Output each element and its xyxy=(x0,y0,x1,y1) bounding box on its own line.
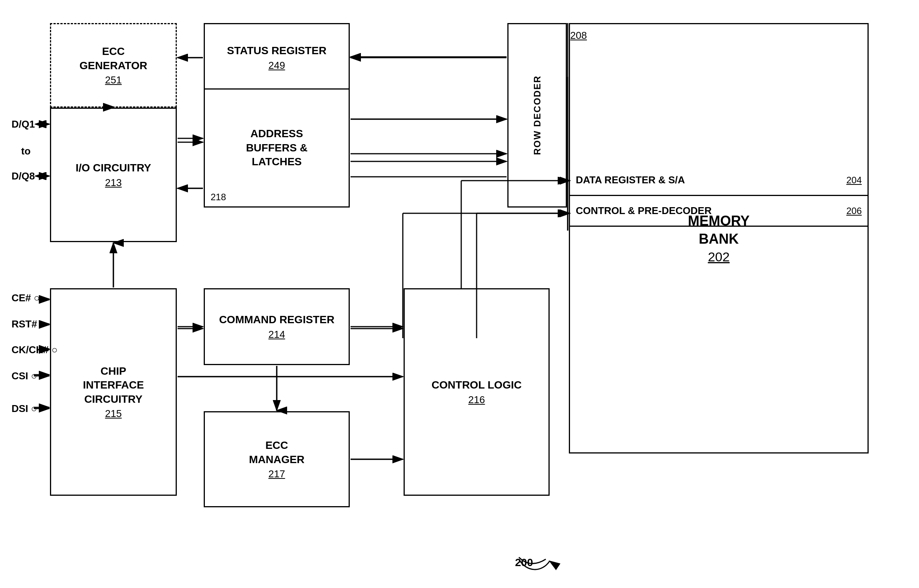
io-circuitry-title: I/O CIRCUITRY xyxy=(76,161,151,175)
pin-dq8: D/Q8 ○ xyxy=(12,170,44,182)
chip-interface-block: CHIPINTERFACECIRCUITRY 215 xyxy=(50,288,177,496)
control-predecoder-block: CONTROL & PRE-DECODER 206 xyxy=(570,196,867,227)
control-predecoder-num: 206 xyxy=(846,206,862,216)
pin-csi: CSI ○ xyxy=(12,370,37,382)
command-register-block: COMMAND REGISTER 214 xyxy=(204,288,350,365)
ecc-generator-block: ECCGENERATOR 251 xyxy=(50,23,177,108)
ecc-manager-block: ECCMANAGER 217 xyxy=(204,411,350,507)
pin-dsi: DSI ○ xyxy=(12,403,37,415)
command-register-num: 214 xyxy=(268,329,285,341)
control-logic-block: CONTROL LOGIC 216 xyxy=(404,288,550,496)
status-register-title: STATUS REGISTER xyxy=(227,44,327,58)
row-decoder-title: ROW DECODER xyxy=(531,75,543,155)
status-register-block: STATUS REGISTER 249 xyxy=(204,23,350,92)
row-decoder-block: ROW DECODER 208 xyxy=(507,23,567,208)
address-buffers-num-label: 218 xyxy=(211,192,226,203)
command-register-title: COMMAND REGISTER xyxy=(219,313,334,327)
ecc-generator-title: ECCGENERATOR xyxy=(80,45,147,73)
control-logic-num: 216 xyxy=(468,394,485,406)
ecc-manager-num: 217 xyxy=(268,468,285,480)
io-circuitry-num: 213 xyxy=(105,177,121,189)
address-buffers-block: ADDRESSBUFFERS &LATCHES 218 xyxy=(204,88,350,208)
chip-interface-num: 215 xyxy=(105,408,121,420)
label-200: 200 xyxy=(515,556,533,569)
pin-rst: RST# ○ xyxy=(12,318,46,330)
data-register-num: 204 xyxy=(846,175,862,186)
status-register-num: 249 xyxy=(268,60,285,71)
pin-ckck: CK/CK# ○ xyxy=(12,344,58,356)
control-logic-title: CONTROL LOGIC xyxy=(432,378,522,392)
data-register-title: DATA REGISTER & S/A xyxy=(576,174,685,187)
memory-bank-block: MEMORYBANK 202 xyxy=(569,23,869,453)
chip-interface-title: CHIPINTERFACECIRCUITRY xyxy=(83,364,144,406)
pin-to: to xyxy=(21,145,31,157)
data-register-block: DATA REGISTER & S/A 204 xyxy=(570,165,867,196)
row-decoder-num: 208 xyxy=(570,30,587,42)
control-predecoder-title: CONTROL & PRE-DECODER xyxy=(576,204,711,218)
pin-dq1: D/Q1 ○ xyxy=(12,118,44,130)
address-buffers-title: ADDRESSBUFFERS &LATCHES xyxy=(246,127,307,169)
ecc-manager-title: ECCMANAGER xyxy=(249,439,305,467)
io-circuitry-block: I/O CIRCUITRY 213 xyxy=(50,108,177,242)
memory-bank-num: 202 xyxy=(708,249,730,264)
pin-ce: CE# ○ xyxy=(12,292,40,304)
ecc-generator-num: 251 xyxy=(105,74,121,86)
